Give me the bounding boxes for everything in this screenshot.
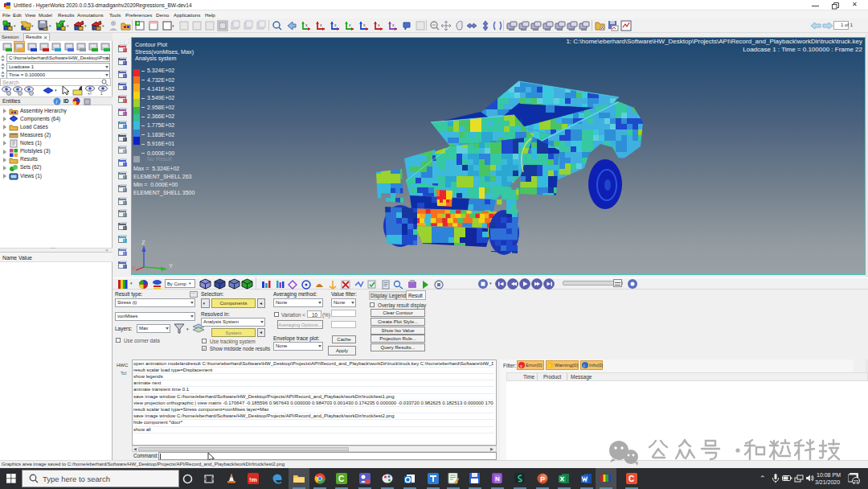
svg-text:Y: Y <box>169 262 173 269</box>
svg-text:X: X <box>132 265 136 272</box>
svg-text:i: i <box>583 364 584 368</box>
svg-text:x: x <box>305 23 308 27</box>
svg-text:!m: !m <box>249 476 257 483</box>
svg-text:C: C <box>338 475 344 483</box>
svg-text:C: C <box>628 475 634 483</box>
svg-text:23: 23 <box>854 479 859 484</box>
svg-text:x: x <box>378 23 380 27</box>
svg-text:Z: Z <box>141 239 145 246</box>
svg-text:x: x <box>334 23 337 27</box>
svg-text:N: N <box>495 475 500 483</box>
svg-text:x: x <box>320 23 322 27</box>
svg-text:x: x <box>520 364 522 368</box>
svg-text:x: x <box>349 23 351 27</box>
svg-text:P: P <box>540 475 545 483</box>
svg-text:x: x <box>363 23 366 27</box>
svg-text:x: x <box>392 23 395 27</box>
